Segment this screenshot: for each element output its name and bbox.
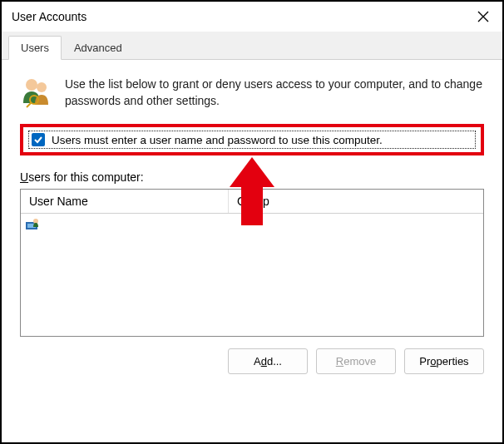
require-login-checkbox-row[interactable]: Users must enter a user name and passwor…: [28, 131, 476, 149]
svg-point-1: [37, 82, 47, 92]
close-icon: [477, 11, 489, 22]
remove-button: Remove: [316, 348, 396, 374]
user-item-icon: [26, 217, 39, 230]
users-icon: [20, 75, 53, 108]
add-button[interactable]: Add...: [228, 348, 308, 374]
properties-button[interactable]: Properties: [404, 348, 484, 374]
arrow-up-icon: [230, 157, 274, 225]
button-row: Add... Remove Properties: [20, 348, 484, 374]
svg-point-0: [26, 79, 37, 91]
highlight-annotation: Users must enter a user name and passwor…: [20, 124, 484, 155]
tab-users[interactable]: Users: [8, 36, 62, 60]
tab-content: Use the list below to grant or deny user…: [2, 60, 502, 387]
require-login-label: Users must enter a user name and passwor…: [52, 134, 383, 146]
checkmark-icon: [33, 135, 43, 145]
tab-strip: Users Advanced: [2, 32, 502, 60]
intro-text: Use the list below to grant or deny user…: [65, 75, 484, 109]
require-login-checkbox[interactable]: [32, 133, 45, 146]
intro-section: Use the list below to grant or deny user…: [20, 75, 484, 109]
titlebar: User Accounts: [2, 2, 502, 32]
column-header-username[interactable]: User Name: [21, 190, 229, 213]
window-title: User Accounts: [12, 10, 86, 23]
tab-advanced[interactable]: Advanced: [62, 36, 135, 60]
close-button[interactable]: [464, 2, 502, 32]
